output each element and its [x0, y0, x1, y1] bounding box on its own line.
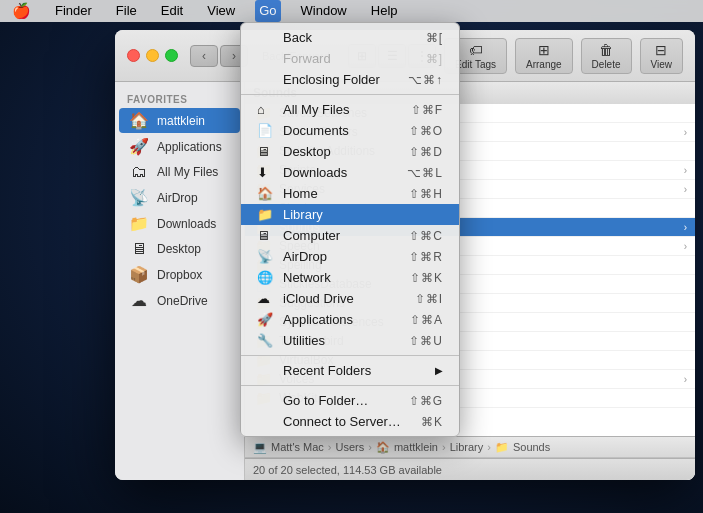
menu-recent-folders[interactable]: Recent Folders ▶: [241, 360, 459, 381]
breadcrumb-home-icon: 🏠: [376, 441, 390, 454]
menu-applications[interactable]: 🚀 Applications ⇧⌘A: [241, 309, 459, 330]
utilities-icon: 🔧: [257, 333, 277, 348]
sidebar-label-airdrop: AirDrop: [157, 191, 198, 205]
view-menu[interactable]: View: [203, 0, 239, 22]
applications-icon: 🚀: [129, 137, 149, 156]
sidebar-label-applications: Applications: [157, 140, 222, 154]
library-icon: 📁: [257, 207, 277, 222]
menu-airdrop[interactable]: 📡 AirDrop ⇧⌘R: [241, 246, 459, 267]
go-menu-trigger[interactable]: Go: [255, 0, 280, 22]
close-button[interactable]: [127, 49, 140, 62]
sidebar-section-favorites: Favorites: [115, 90, 244, 107]
arrange-button[interactable]: ⊞ Arrange: [515, 38, 573, 74]
home-icon: 🏠: [129, 111, 149, 130]
sidebar-item-applications[interactable]: 🚀 Applications: [119, 134, 240, 159]
window-menu[interactable]: Window: [297, 0, 351, 22]
sidebar-item-airdrop[interactable]: 📡 AirDrop: [119, 185, 240, 210]
network-icon: 🌐: [257, 270, 277, 285]
sidebar-item-onedrive[interactable]: ☁ OneDrive: [119, 288, 240, 313]
documents-icon: 📄: [257, 123, 277, 138]
downloads-icon: 📁: [129, 214, 149, 233]
menu-network[interactable]: 🌐 Network ⇧⌘K: [241, 267, 459, 288]
status-bar: 20 of 20 selected, 114.53 GB available: [245, 458, 695, 480]
menu-downloads[interactable]: ⬇ Downloads ⌥⌘L: [241, 162, 459, 183]
breadcrumb-library[interactable]: Library: [450, 441, 484, 453]
sidebar-label-all-my-files: All My Files: [157, 165, 218, 179]
delete-button[interactable]: 🗑 Delete: [581, 38, 632, 74]
menu-separator-1: [241, 94, 459, 95]
all-my-files-icon: 🗂: [129, 163, 149, 181]
desktop-icon: 🖥: [129, 240, 149, 258]
maximize-button[interactable]: [165, 49, 178, 62]
sidebar-label-onedrive: OneDrive: [157, 294, 208, 308]
menu-home[interactable]: 🏠 Home ⇧⌘H: [241, 183, 459, 204]
onedrive-icon: ☁: [129, 291, 149, 310]
minimize-button[interactable]: [146, 49, 159, 62]
breadcrumb: 💻 Matt's Mac › Users › 🏠 mattklein › Lib…: [245, 436, 695, 458]
file-menu[interactable]: File: [112, 0, 141, 22]
breadcrumb-users[interactable]: Users: [336, 441, 365, 453]
downloads-menu-icon: ⬇: [257, 165, 277, 180]
sidebar-item-mattklein[interactable]: 🏠 mattklein: [119, 108, 240, 133]
menu-utilities[interactable]: 🔧 Utilities ⇧⌘U: [241, 330, 459, 351]
menu-desktop[interactable]: 🖥 Desktop ⇧⌘D: [241, 141, 459, 162]
help-menu[interactable]: Help: [367, 0, 402, 22]
airdrop-icon: 📡: [129, 188, 149, 207]
menu-library[interactable]: 📁 Library: [241, 204, 459, 225]
home-menu-icon: 🏠: [257, 186, 277, 201]
applications-menu-icon: 🚀: [257, 312, 277, 327]
computer-icon: 🖥: [257, 228, 277, 243]
breadcrumb-mattklein[interactable]: mattklein: [394, 441, 438, 453]
chevron-right-icon: ›: [684, 241, 687, 252]
sidebar-label-downloads: Downloads: [157, 217, 216, 231]
breadcrumb-sounds[interactable]: Sounds: [513, 441, 550, 453]
breadcrumb-icon: 💻: [253, 441, 267, 454]
breadcrumb-sounds-folder-icon: 📁: [495, 441, 509, 454]
menu-forward: Forward ⌘]: [241, 48, 459, 69]
finder-menu[interactable]: Finder: [51, 0, 96, 22]
sidebar-item-downloads[interactable]: 📁 Downloads: [119, 211, 240, 236]
sidebar-label-desktop: Desktop: [157, 242, 201, 256]
menu-go-to-folder[interactable]: Go to Folder… ⇧⌘G: [241, 390, 459, 411]
sidebar-label-mattklein: mattklein: [157, 114, 205, 128]
chevron-right-icon: ›: [684, 127, 687, 138]
back-button[interactable]: ‹: [190, 45, 218, 67]
menu-all-my-files[interactable]: ⌂ All My Files ⇧⌘F: [241, 99, 459, 120]
icloud-icon: ☁: [257, 291, 277, 306]
traffic-lights: [127, 49, 178, 62]
chevron-right-icon: ›: [684, 374, 687, 385]
menubar: 🍎 Finder File Edit View Go Window Help: [0, 0, 703, 22]
airdrop-menu-icon: 📡: [257, 249, 277, 264]
menu-back[interactable]: Back ⌘[: [241, 27, 459, 48]
menu-connect-to-server[interactable]: Connect to Server… ⌘K: [241, 411, 459, 432]
view-button[interactable]: ⊟ View: [640, 38, 684, 74]
status-text: 20 of 20 selected, 114.53 GB available: [253, 464, 442, 476]
breadcrumb-macs-mac[interactable]: Matt's Mac: [271, 441, 324, 453]
apple-menu[interactable]: 🍎: [8, 0, 35, 22]
menu-icloud-drive[interactable]: ☁ iCloud Drive ⇧⌘I: [241, 288, 459, 309]
chevron-right-icon: ›: [684, 184, 687, 195]
sidebar-label-dropbox: Dropbox: [157, 268, 202, 282]
desktop-menu-icon: 🖥: [257, 144, 277, 159]
chevron-right-icon: ›: [684, 165, 687, 176]
menu-documents[interactable]: 📄 Documents ⇧⌘O: [241, 120, 459, 141]
sidebar-item-desktop[interactable]: 🖥 Desktop: [119, 237, 240, 261]
menu-separator-2: [241, 355, 459, 356]
go-menu-dropdown: Back ⌘[ Forward ⌘] Enclosing Folder ⌥⌘↑ …: [240, 22, 460, 437]
menu-computer[interactable]: 🖥 Computer ⇧⌘C: [241, 225, 459, 246]
sidebar-item-all-my-files[interactable]: 🗂 All My Files: [119, 160, 240, 184]
edit-menu[interactable]: Edit: [157, 0, 187, 22]
chevron-right-icon: ›: [684, 222, 687, 233]
menu-enclosing-folder[interactable]: Enclosing Folder ⌥⌘↑: [241, 69, 459, 90]
sidebar-item-dropbox[interactable]: 📦 Dropbox: [119, 262, 240, 287]
all-my-files-menu-icon: ⌂: [257, 102, 277, 117]
dropbox-icon: 📦: [129, 265, 149, 284]
sidebar: Favorites 🏠 mattklein 🚀 Applications 🗂 A…: [115, 82, 245, 480]
menu-separator-3: [241, 385, 459, 386]
